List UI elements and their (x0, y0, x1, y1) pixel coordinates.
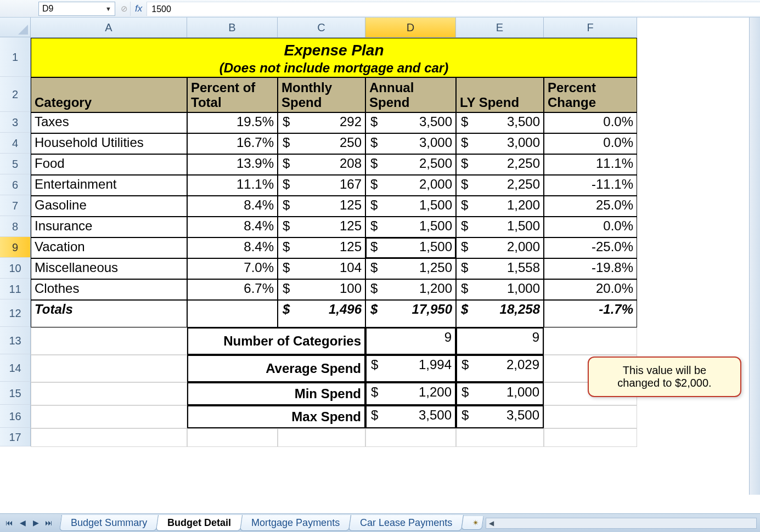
cell[interactable]: Miscellaneous (31, 258, 187, 279)
row-header-11[interactable]: 11 (0, 279, 31, 299)
cell[interactable]: 25.0% (544, 196, 637, 217)
empty-cell[interactable] (278, 428, 365, 447)
name-box[interactable]: D9 ▼ (38, 2, 115, 16)
empty-cell[interactable] (31, 405, 187, 428)
tab-nav-first-icon[interactable]: ⏮ (4, 518, 14, 528)
cell[interactable]: 11.1% (544, 154, 637, 175)
cell[interactable]: Gasoline (31, 196, 187, 217)
fx-icon[interactable]: fx (130, 2, 147, 16)
cell[interactable]: $1,250 (365, 258, 456, 279)
column-header-B[interactable]: B (187, 18, 278, 38)
cell[interactable]: Totals (31, 300, 187, 327)
cell[interactable]: Clothes (31, 279, 187, 300)
cell[interactable]: 0.0% (544, 133, 637, 154)
cell[interactable]: $1,200 (456, 196, 544, 217)
row-header-15[interactable]: 15 (0, 382, 31, 405)
cell[interactable] (187, 300, 278, 327)
header-D[interactable]: Annual Spend (365, 77, 456, 112)
row-header-10[interactable]: 10 (0, 258, 31, 279)
cell[interactable]: -19.8% (544, 258, 637, 279)
stat-value-e[interactable]: $2,029 (456, 355, 544, 382)
cell[interactable]: $2,500 (365, 154, 456, 175)
cell[interactable]: 8.4% (187, 196, 278, 217)
empty-cell[interactable] (187, 428, 278, 447)
cell[interactable]: $125 (278, 217, 365, 237)
empty-cell[interactable] (31, 327, 187, 355)
column-header-D[interactable]: D (365, 18, 456, 38)
cell[interactable]: $292 (278, 112, 365, 133)
cell[interactable]: $167 (278, 175, 365, 196)
cell[interactable]: $100 (278, 279, 365, 300)
cell[interactable]: $3,500 (456, 112, 544, 133)
row-header-14[interactable]: 14 (0, 354, 31, 382)
cell[interactable]: $2,000 (365, 175, 456, 196)
new-sheet-tab[interactable]: ✴ (461, 516, 484, 530)
stat-value-e[interactable]: 9 (456, 327, 544, 355)
cell[interactable]: 0.0% (544, 217, 637, 237)
header-C[interactable]: Monthly Spend (278, 77, 365, 112)
row-header-16[interactable]: 16 (0, 405, 31, 428)
empty-cell[interactable] (365, 428, 456, 447)
cell[interactable]: 8.4% (187, 217, 278, 237)
cell[interactable]: 16.7% (187, 133, 278, 154)
cell[interactable]: Entertainment (31, 175, 187, 196)
select-all-corner[interactable] (0, 18, 31, 37)
title-cell[interactable]: Expense Plan (Does not include mortgage … (31, 38, 637, 77)
cell[interactable]: $1,200 (365, 279, 456, 300)
cell[interactable]: 6.7% (187, 279, 278, 300)
header-E[interactable]: LY Spend (456, 77, 544, 112)
row-header-6[interactable]: 6 (0, 174, 31, 195)
hscroll-left-icon[interactable]: ◀ (486, 519, 496, 527)
cell[interactable]: 7.0% (187, 258, 278, 279)
cell[interactable]: $125 (278, 196, 365, 217)
column-header-C[interactable]: C (278, 18, 365, 38)
row-header-3[interactable]: 3 (0, 112, 31, 133)
empty-cell[interactable] (544, 428, 637, 447)
cell[interactable]: Household Utilities (31, 133, 187, 154)
row-header-17[interactable]: 17 (0, 428, 31, 446)
cell[interactable]: $1,000 (456, 279, 544, 300)
empty-cell[interactable] (31, 355, 187, 382)
empty-cell[interactable] (544, 327, 637, 355)
column-header-F[interactable]: F (544, 18, 637, 38)
row-header-5[interactable]: 5 (0, 154, 31, 174)
stat-value-d[interactable]: $1,994 (365, 355, 456, 382)
cell[interactable]: $1,496 (278, 300, 365, 327)
horizontal-scrollbar[interactable]: ◀ (486, 518, 757, 529)
sheet-tab[interactable]: Car Lease Payments (348, 515, 464, 531)
cell[interactable]: $125 (278, 237, 365, 258)
cell[interactable]: 8.4% (187, 237, 278, 258)
cell[interactable]: 0.0% (544, 112, 637, 133)
cell[interactable]: $1,558 (456, 258, 544, 279)
cell[interactable]: -25.0% (544, 237, 637, 258)
stat-value-d[interactable]: $1,200 (365, 382, 456, 405)
empty-cell[interactable] (31, 382, 187, 405)
cell[interactable]: 13.9% (187, 154, 278, 175)
cell[interactable]: Taxes (31, 112, 187, 133)
stat-value-d[interactable]: $3,500 (365, 405, 456, 428)
empty-cell[interactable] (456, 428, 544, 447)
empty-cell[interactable] (31, 428, 187, 447)
tab-nav-prev-icon[interactable]: ◀ (18, 518, 27, 528)
stat-value-e[interactable]: $3,500 (456, 405, 544, 428)
row-header-7[interactable]: 7 (0, 195, 31, 216)
cell[interactable]: -11.1% (544, 175, 637, 196)
cell[interactable]: 11.1% (187, 175, 278, 196)
vertical-scrollbar[interactable] (749, 18, 760, 495)
sheet-tab[interactable]: Mortgage Payments (240, 515, 351, 531)
row-header-9[interactable]: 9 (0, 237, 31, 258)
cell[interactable]: $2,250 (456, 175, 544, 196)
cell[interactable]: $104 (278, 258, 365, 279)
stat-value-d[interactable]: 9 (365, 327, 456, 355)
row-header-1[interactable]: 1 (0, 37, 31, 77)
header-A[interactable]: Category (31, 77, 187, 112)
row-header-8[interactable]: 8 (0, 216, 31, 237)
cell[interactable]: $1,500 (365, 217, 456, 237)
cell[interactable]: 20.0% (544, 279, 637, 300)
stat-label[interactable]: Number of Categories (187, 327, 365, 355)
stat-label[interactable]: Average Spend (187, 355, 365, 382)
cell[interactable]: $250 (278, 133, 365, 154)
cell[interactable]: 19.5% (187, 112, 278, 133)
formula-input[interactable]: 1500 (147, 2, 760, 16)
stat-value-e[interactable]: $1,000 (456, 382, 544, 405)
